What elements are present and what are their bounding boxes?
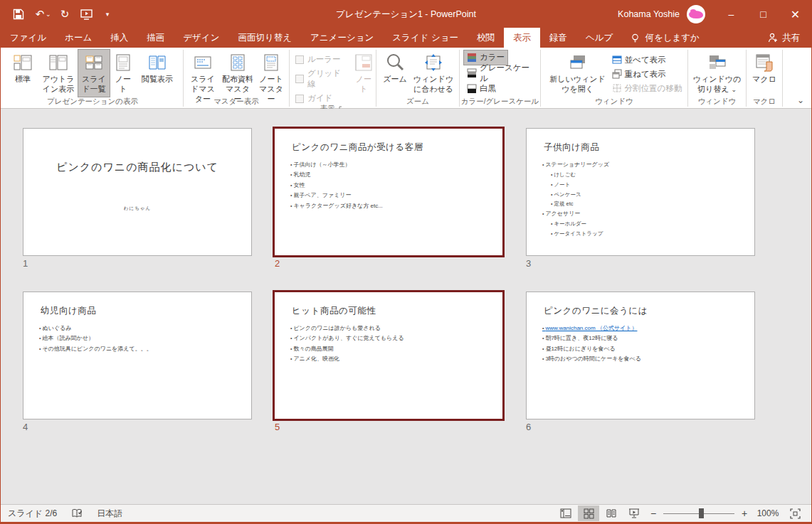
maximize-button[interactable]: □ bbox=[747, 1, 779, 28]
slide-sorter-button[interactable]: スライド一覧 bbox=[78, 50, 110, 97]
guides-checkbox[interactable]: ガイド bbox=[295, 93, 347, 104]
zoom-out-button[interactable]: − bbox=[646, 508, 660, 519]
tab-transitions[interactable]: 画面切り替え bbox=[228, 28, 301, 48]
tab-recording[interactable]: 録音 bbox=[540, 28, 576, 48]
slide-thumbnail-1[interactable]: ピンクのワニの商品化について わにちゃん bbox=[23, 128, 252, 256]
switch-windows-button[interactable]: ウィンドウの切り替え ⌄ bbox=[690, 50, 744, 97]
outline-view-icon bbox=[48, 52, 69, 73]
cascade-button[interactable]: 重ねて表示 bbox=[612, 69, 682, 79]
grayscale-button[interactable]: グレースケール bbox=[464, 66, 540, 80]
zoom-button[interactable]: ズーム bbox=[379, 50, 411, 97]
share-button[interactable]: 共有 bbox=[768, 28, 811, 48]
notes-master-button[interactable]: ノートマスター bbox=[255, 50, 287, 97]
normal-view-toggle[interactable] bbox=[555, 506, 576, 521]
tab-view[interactable]: 表示 bbox=[504, 28, 540, 48]
button-label: グレースケール bbox=[480, 63, 537, 84]
bullet-hyperlink[interactable]: www.wanichan.com （公式サイト） bbox=[542, 324, 749, 333]
zoom-slider-thumb[interactable] bbox=[699, 508, 704, 518]
slide-thumbnail-3[interactable]: 子供向け商品 ステーショナリーグッズけしごむノートペンケース定規 etcアクセサ… bbox=[526, 128, 755, 256]
titlebar-right: Kohama Yoshie – □ ✕ bbox=[618, 1, 811, 28]
macro-button[interactable]: マクロ bbox=[749, 50, 780, 97]
customize-qat-icon[interactable]: ▾ bbox=[97, 4, 118, 25]
tab-file[interactable]: ファイル bbox=[1, 28, 56, 48]
language-indicator[interactable]: 日本語 bbox=[97, 508, 122, 520]
outline-view-button[interactable]: アウトライン表示 bbox=[38, 50, 78, 97]
close-button[interactable]: ✕ bbox=[779, 1, 811, 28]
bullet-item: ぬいぐるみ bbox=[39, 324, 246, 333]
slide-sorter-icon bbox=[584, 508, 594, 519]
tab-design[interactable]: デザイン bbox=[174, 28, 228, 48]
ruler-checkbox[interactable]: ルーラー bbox=[295, 54, 347, 65]
zoom-slider[interactable] bbox=[663, 513, 734, 514]
bullet-list: ピンクのワニは誰からも愛されるインパクトがあり、すぐに覚えてもらえる数々の商品展… bbox=[290, 324, 497, 365]
powerpoint-window: ↶ ⌄ ↻ ▾ プレゼンテーション1 - PowerPoint Kohama Y… bbox=[0, 0, 812, 524]
group-label: プレゼンテーションの表示 bbox=[2, 97, 183, 108]
color-icon bbox=[467, 53, 477, 63]
undo-dropdown-icon[interactable]: ⌄ bbox=[46, 11, 54, 18]
bullet-item: けしごむ bbox=[551, 170, 749, 180]
gridlines-checkbox[interactable]: グリッド線 bbox=[295, 68, 347, 90]
reading-view-toggle[interactable] bbox=[601, 506, 622, 521]
start-slideshow-icon[interactable] bbox=[75, 4, 97, 25]
zoom-in-button[interactable]: + bbox=[737, 508, 752, 519]
slide-thumbnail-4[interactable]: 幼児向け商品 ぬいぐるみ絵本（読み聞かせ）その他玩具にピンクのワニを添えて。。。 bbox=[23, 292, 252, 419]
ribbon-tab-row: ファイル ホーム 挿入 描画 デザイン 画面切り替え アニメーション スライド … bbox=[1, 28, 811, 48]
bullet-item: その他玩具にピンクのワニを添えて。。。 bbox=[39, 344, 246, 354]
slide-title: 幼児向け商品 bbox=[41, 305, 244, 317]
button-label: 分割位置の移動 bbox=[625, 83, 682, 94]
slideshow-toggle[interactable] bbox=[623, 506, 645, 521]
slide-title: ヒット商品の可能性 bbox=[292, 305, 495, 317]
minimize-button[interactable]: – bbox=[715, 1, 747, 28]
group-color-grayscale: カラー グレースケール 白黒 カラー/グレースケール bbox=[460, 48, 540, 108]
button-label: ノート bbox=[112, 75, 135, 95]
handout-master-button[interactable]: 配布資料マスター bbox=[220, 50, 255, 97]
tab-review[interactable]: 校閲 bbox=[468, 28, 504, 48]
redo-icon[interactable]: ↻ bbox=[54, 4, 75, 25]
button-label: カラー bbox=[480, 52, 505, 63]
black-white-button[interactable]: 白黒 bbox=[464, 82, 499, 96]
arrange-all-button[interactable]: 並べて表示 bbox=[612, 55, 682, 65]
button-label: ウィンドウの切り替え ⌄ bbox=[692, 75, 742, 95]
slide-title: ピンクのワニ商品が受ける客層 bbox=[292, 141, 495, 154]
zoom-level[interactable]: 100% bbox=[753, 508, 783, 518]
user-avatar[interactable] bbox=[687, 5, 705, 23]
tab-slideshow[interactable]: スライド ショー bbox=[383, 28, 468, 48]
proofing-icon[interactable] bbox=[71, 508, 83, 518]
tab-animations[interactable]: アニメーション bbox=[301, 28, 383, 48]
tell-me-box[interactable]: 何をしますか bbox=[622, 28, 707, 48]
slide-number: 1 bbox=[23, 258, 28, 269]
group-separator bbox=[782, 50, 783, 107]
collapse-ribbon-icon[interactable]: ⌄ bbox=[797, 95, 804, 105]
group-master-views: スライドマスター 配布資料マスター ノートマスター マスター表示 bbox=[184, 48, 289, 108]
fit-slide-to-window-button[interactable] bbox=[784, 506, 806, 521]
normal-view-button[interactable]: 標準 bbox=[7, 50, 38, 97]
tab-draw[interactable]: 描画 bbox=[137, 28, 174, 48]
bullet-list: 子供向け（～小学生）乳幼児女性親子ペア、ファミリーキャラクターグッズ好きな方 e… bbox=[290, 160, 497, 211]
new-window-button[interactable]: 新しいウィンドウを開く bbox=[547, 50, 609, 97]
tab-home[interactable]: ホーム bbox=[56, 28, 101, 48]
slide-sorter-icon bbox=[83, 52, 105, 73]
zoom-icon bbox=[384, 52, 406, 73]
black-white-icon bbox=[467, 84, 477, 94]
fit-to-window-button[interactable]: ウィンドウに合わせる bbox=[411, 50, 456, 97]
slide-thumbnail-5[interactable]: ヒット商品の可能性 ピンクのワニは誰からも愛されるインパクトがあり、すぐに覚えて… bbox=[273, 290, 505, 421]
bullet-item: ペンケース bbox=[551, 190, 749, 200]
reading-view-button[interactable]: 閲覧表示 bbox=[137, 50, 178, 97]
notes-page-button[interactable]: ノート bbox=[110, 50, 137, 97]
slide-thumbnail-6[interactable]: ピンクのワニに会うには www.wanichan.com （公式サイト）朝7時に… bbox=[526, 292, 755, 419]
save-icon[interactable] bbox=[8, 4, 29, 25]
tab-insert[interactable]: 挿入 bbox=[101, 28, 137, 48]
reading-view-icon bbox=[147, 52, 168, 73]
user-name[interactable]: Kohama Yoshie bbox=[618, 9, 680, 19]
bullet-item: 絵本（読み聞かせ） bbox=[39, 333, 246, 343]
tab-help[interactable]: ヘルプ bbox=[576, 28, 622, 48]
slide-title: 子供向け商品 bbox=[544, 141, 747, 154]
bullet-item: ステーショナリーグッズ bbox=[542, 160, 749, 170]
slide-thumbnail-2[interactable]: ピンクのワニ商品が受ける客層 子供向け（～小学生）乳幼児女性親子ペア、ファミリー… bbox=[273, 127, 505, 257]
notes-icon bbox=[353, 52, 374, 73]
avatar-crocodile bbox=[689, 11, 703, 18]
slide-sorter-toggle[interactable] bbox=[578, 506, 599, 521]
slide-master-button[interactable]: スライドマスター bbox=[186, 50, 220, 97]
status-bar: スライド 2/6 日本語 − + 100% bbox=[1, 504, 811, 522]
macro-icon bbox=[754, 52, 775, 73]
